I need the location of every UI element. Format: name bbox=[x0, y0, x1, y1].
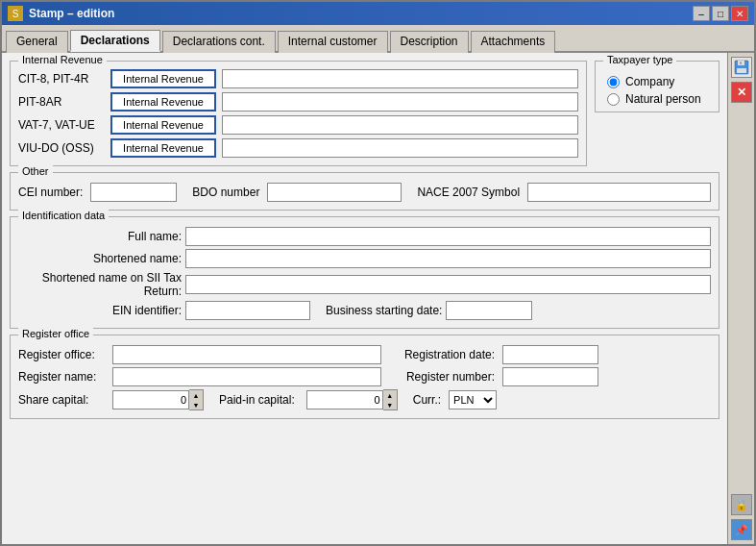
nace-input[interactable] bbox=[527, 183, 711, 202]
ir-row-2: VAT-7, VAT-UE Internal Revenue bbox=[18, 115, 578, 135]
taxpayer-group: Taxpayer type Company Natural person bbox=[595, 61, 719, 112]
tab-description[interactable]: Description bbox=[390, 31, 469, 53]
taxpayer-title: Taxpayer type bbox=[603, 54, 676, 65]
tab-general[interactable]: General bbox=[6, 31, 68, 53]
minimize-button[interactable]: – bbox=[693, 6, 710, 21]
bdo-input[interactable] bbox=[267, 183, 402, 202]
share-input[interactable] bbox=[112, 390, 189, 410]
bdo-label: BDO number bbox=[192, 186, 259, 199]
ir-input-3[interactable] bbox=[222, 138, 578, 158]
content-area: Internal Revenue CIT-8, PIT-4R Internal … bbox=[2, 53, 754, 544]
ir-row-3: VIU-DO (OSS) Internal Revenue bbox=[18, 138, 578, 158]
curr-label: Curr.: bbox=[413, 393, 441, 407]
cancel-button[interactable]: ✕ bbox=[731, 82, 752, 103]
ein-row: EIN identifier: Business starting date: bbox=[18, 301, 711, 320]
radio-natural: Natural person bbox=[607, 92, 707, 106]
shortname-input[interactable] bbox=[185, 249, 711, 268]
radio-company: Company bbox=[607, 75, 707, 88]
svg-rect-2 bbox=[737, 68, 746, 73]
identification-fields: Full name: Shortened name: Shortened nam… bbox=[18, 227, 711, 320]
other-title: Other bbox=[18, 165, 53, 177]
share-spin-up[interactable]: ▲ bbox=[189, 390, 203, 400]
internal-revenue-group: Internal Revenue CIT-8, PIT-4R Internal … bbox=[10, 61, 587, 166]
svg-rect-3 bbox=[740, 62, 742, 64]
reg-num-label: Register number: bbox=[389, 370, 495, 384]
capital-row: Share capital: ▲ ▼ Paid-in capital: bbox=[18, 389, 711, 410]
paid-spinner: ▲ ▼ bbox=[306, 389, 398, 410]
title-bar: S Stamp – edition – □ ✕ bbox=[2, 2, 754, 25]
register-fields: Register office: Registration date: Regi… bbox=[18, 345, 711, 410]
tab-internal-customer[interactable]: Internal customer bbox=[278, 31, 388, 53]
office-input[interactable] bbox=[112, 345, 381, 364]
name-row: Register name: Register number: bbox=[18, 367, 711, 386]
curr-select[interactable]: PLN EUR USD bbox=[449, 390, 497, 410]
radio-natural-input[interactable] bbox=[607, 93, 620, 106]
ir-btn-0[interactable]: Internal Revenue bbox=[110, 69, 216, 88]
paid-spin-down[interactable]: ▼ bbox=[383, 400, 397, 410]
side-panel: ✕ 🔒 📌 bbox=[727, 53, 754, 544]
ir-label-2: VAT-7, VAT-UE bbox=[18, 118, 105, 132]
shortname-label: Shortened name: bbox=[18, 252, 182, 265]
fullname-input[interactable] bbox=[185, 227, 711, 246]
reg-num-input[interactable] bbox=[502, 367, 598, 386]
ir-input-2[interactable] bbox=[222, 115, 578, 135]
tab-declarations[interactable]: Declarations bbox=[70, 30, 160, 52]
sii-input[interactable] bbox=[185, 275, 711, 294]
internal-revenue-title: Internal Revenue bbox=[18, 54, 107, 65]
reg-date-input[interactable] bbox=[502, 345, 598, 364]
save-button[interactable] bbox=[731, 57, 752, 78]
sii-row: Shortened name on SII Tax Return: bbox=[18, 271, 711, 298]
bookmark-button[interactable]: 📌 bbox=[731, 519, 752, 540]
share-spinner: ▲ ▼ bbox=[112, 389, 204, 410]
ein-input[interactable] bbox=[185, 301, 310, 320]
identification-group: Identification data Full name: Shortened… bbox=[10, 216, 719, 329]
tab-declarations-cont[interactable]: Declarations cont. bbox=[162, 31, 276, 53]
bookmark-icon: 📌 bbox=[735, 524, 748, 536]
reg-name-input[interactable] bbox=[112, 367, 381, 386]
bsd-input[interactable] bbox=[446, 301, 532, 320]
register-group: Register office Register office: Registr… bbox=[10, 335, 719, 419]
identification-title: Identification data bbox=[18, 210, 109, 221]
share-spinner-btns: ▲ ▼ bbox=[189, 389, 204, 410]
paid-input[interactable] bbox=[306, 390, 383, 410]
ir-label-1: PIT-8AR bbox=[18, 95, 105, 109]
paid-spin-up[interactable]: ▲ bbox=[383, 390, 397, 400]
other-row: CEI number: BDO number NACE 2007 Symbol bbox=[18, 183, 711, 202]
register-title: Register office bbox=[18, 328, 93, 339]
top-section: Internal Revenue CIT-8, PIT-4R Internal … bbox=[10, 61, 719, 166]
fullname-label: Full name: bbox=[18, 230, 182, 243]
stamp-icon: S bbox=[8, 6, 23, 21]
close-button[interactable]: ✕ bbox=[731, 6, 748, 21]
window: S Stamp – edition – □ ✕ General Declarat… bbox=[0, 0, 756, 546]
ir-input-0[interactable] bbox=[222, 69, 578, 88]
reg-date-label: Registration date: bbox=[389, 348, 495, 361]
office-row: Register office: Registration date: bbox=[18, 345, 711, 364]
maximize-button[interactable]: □ bbox=[712, 6, 729, 21]
cei-label: CEI number: bbox=[18, 186, 83, 199]
radio-company-input[interactable] bbox=[607, 76, 620, 88]
share-spin-down[interactable]: ▼ bbox=[189, 400, 203, 410]
paid-label: Paid-in capital: bbox=[219, 393, 295, 407]
tabs-bar: General Declarations Declarations cont. … bbox=[2, 25, 754, 53]
ir-btn-2[interactable]: Internal Revenue bbox=[110, 115, 216, 135]
title-buttons: – □ ✕ bbox=[693, 6, 748, 21]
ein-label: EIN identifier: bbox=[18, 304, 182, 317]
office-label: Register office: bbox=[18, 348, 105, 361]
lock-icon: 🔒 bbox=[735, 499, 748, 511]
share-label: Share capital: bbox=[18, 393, 105, 407]
paid-spinner-btns: ▲ ▼ bbox=[383, 389, 398, 410]
fullname-row: Full name: bbox=[18, 227, 711, 246]
tab-attachments[interactable]: Attachments bbox=[471, 31, 556, 53]
lock-button[interactable]: 🔒 bbox=[731, 494, 752, 515]
radio-company-label: Company bbox=[625, 75, 674, 88]
title-bar-left: S Stamp – edition bbox=[8, 6, 114, 21]
reg-name-label: Register name: bbox=[18, 370, 105, 384]
ir-btn-1[interactable]: Internal Revenue bbox=[110, 92, 216, 112]
ir-input-1[interactable] bbox=[222, 92, 578, 112]
nace-label: NACE 2007 Symbol bbox=[417, 186, 520, 199]
shortname-row: Shortened name: bbox=[18, 249, 711, 268]
ir-btn-3[interactable]: Internal Revenue bbox=[110, 138, 216, 158]
cei-input[interactable] bbox=[90, 183, 177, 202]
other-group: Other CEI number: BDO number NACE 2007 S… bbox=[10, 172, 719, 211]
window-title: Stamp – edition bbox=[29, 7, 114, 20]
